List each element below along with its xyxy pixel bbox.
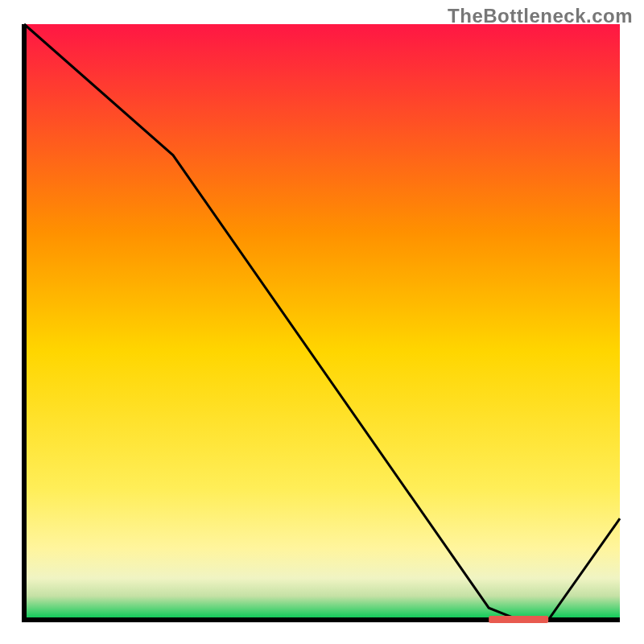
heat-gradient-background [24, 24, 620, 620]
chart-container: TheBottleneck.com [0, 0, 644, 644]
watermark-text: TheBottleneck.com [448, 5, 633, 27]
bottleneck-chart [0, 0, 644, 644]
optimum-marker [489, 616, 548, 623]
